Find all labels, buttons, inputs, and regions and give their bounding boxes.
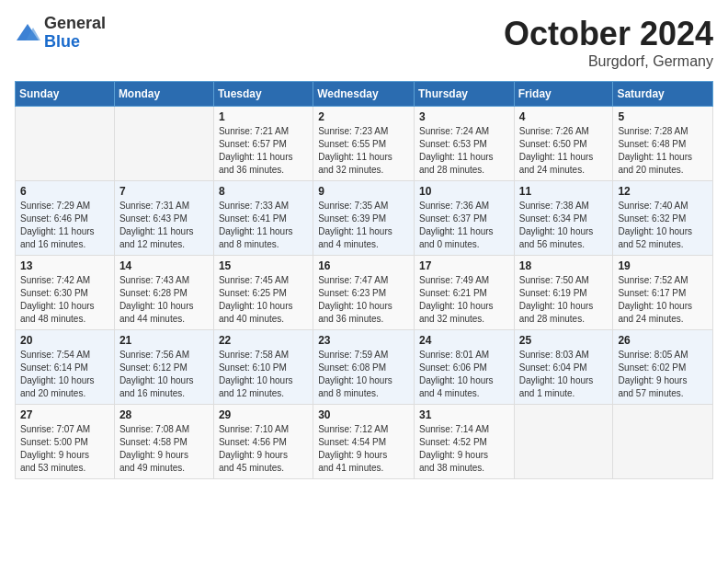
day-number: 24 xyxy=(419,334,509,347)
day-number: 8 xyxy=(219,185,308,198)
day-info: Sunrise: 7:07 AM Sunset: 5:00 PM Dayligh… xyxy=(20,423,109,475)
calendar-cell: 16Sunrise: 7:47 AM Sunset: 6:23 PM Dayli… xyxy=(313,256,415,330)
day-info: Sunrise: 7:42 AM Sunset: 6:30 PM Dayligh… xyxy=(20,274,109,326)
day-info: Sunrise: 7:28 AM Sunset: 6:48 PM Dayligh… xyxy=(618,125,708,177)
day-info: Sunrise: 7:31 AM Sunset: 6:43 PM Dayligh… xyxy=(119,200,209,251)
day-info: Sunrise: 7:33 AM Sunset: 6:41 PM Dayligh… xyxy=(219,200,308,251)
page-header: General Blue October 2024 Burgdorf, Germ… xyxy=(15,15,713,70)
day-number: 9 xyxy=(318,185,409,198)
day-number: 22 xyxy=(219,334,308,347)
weekday-header: Tuesday xyxy=(213,82,313,107)
calendar-cell: 28Sunrise: 7:08 AM Sunset: 4:58 PM Dayli… xyxy=(114,405,213,479)
calendar-cell xyxy=(613,405,713,479)
day-info: Sunrise: 7:23 AM Sunset: 6:55 PM Dayligh… xyxy=(318,125,409,177)
day-number: 26 xyxy=(618,334,708,347)
day-number: 7 xyxy=(119,185,209,198)
calendar-cell: 22Sunrise: 7:58 AM Sunset: 6:10 PM Dayli… xyxy=(213,330,313,405)
day-number: 18 xyxy=(519,259,609,272)
day-number: 2 xyxy=(318,110,409,123)
calendar-cell: 5Sunrise: 7:28 AM Sunset: 6:48 PM Daylig… xyxy=(613,107,713,181)
day-info: Sunrise: 7:47 AM Sunset: 6:23 PM Dayligh… xyxy=(318,274,409,326)
calendar-cell: 10Sunrise: 7:36 AM Sunset: 6:37 PM Dayli… xyxy=(414,181,514,256)
day-info: Sunrise: 7:35 AM Sunset: 6:39 PM Dayligh… xyxy=(318,200,409,251)
day-number: 21 xyxy=(119,334,209,347)
calendar-cell: 18Sunrise: 7:50 AM Sunset: 6:19 PM Dayli… xyxy=(514,256,613,330)
day-info: Sunrise: 8:05 AM Sunset: 6:02 PM Dayligh… xyxy=(618,349,708,400)
day-number: 20 xyxy=(20,334,109,347)
calendar-week-row: 6Sunrise: 7:29 AM Sunset: 6:46 PM Daylig… xyxy=(16,181,713,256)
day-number: 31 xyxy=(419,408,509,421)
day-number: 27 xyxy=(20,408,109,421)
calendar-cell: 26Sunrise: 8:05 AM Sunset: 6:02 PM Dayli… xyxy=(613,330,713,405)
day-number: 13 xyxy=(20,259,109,272)
calendar-cell: 23Sunrise: 7:59 AM Sunset: 6:08 PM Dayli… xyxy=(313,330,415,405)
day-number: 29 xyxy=(219,408,308,421)
logo-text: General Blue xyxy=(44,15,106,52)
logo-general-text: General xyxy=(44,15,106,33)
calendar-cell xyxy=(514,405,613,479)
day-info: Sunrise: 7:08 AM Sunset: 4:58 PM Dayligh… xyxy=(119,423,209,475)
weekday-header: Monday xyxy=(114,82,213,107)
calendar-week-row: 27Sunrise: 7:07 AM Sunset: 5:00 PM Dayli… xyxy=(16,405,713,479)
calendar-cell: 9Sunrise: 7:35 AM Sunset: 6:39 PM Daylig… xyxy=(313,181,415,256)
day-info: Sunrise: 7:45 AM Sunset: 6:25 PM Dayligh… xyxy=(219,274,308,326)
day-number: 25 xyxy=(519,334,609,347)
logo-blue-text: Blue xyxy=(44,33,106,52)
calendar-cell: 17Sunrise: 7:49 AM Sunset: 6:21 PM Dayli… xyxy=(414,256,514,330)
day-number: 30 xyxy=(318,408,409,421)
day-info: Sunrise: 7:59 AM Sunset: 6:08 PM Dayligh… xyxy=(318,349,409,400)
day-number: 28 xyxy=(119,408,209,421)
day-info: Sunrise: 7:40 AM Sunset: 6:32 PM Dayligh… xyxy=(618,200,708,251)
calendar-cell: 3Sunrise: 7:24 AM Sunset: 6:53 PM Daylig… xyxy=(414,107,514,181)
location-subtitle: Burgdorf, Germany xyxy=(504,53,713,70)
calendar-cell: 12Sunrise: 7:40 AM Sunset: 6:32 PM Dayli… xyxy=(613,181,713,256)
day-number: 23 xyxy=(318,334,409,347)
calendar-cell: 7Sunrise: 7:31 AM Sunset: 6:43 PM Daylig… xyxy=(114,181,213,256)
day-number: 17 xyxy=(419,259,509,272)
weekday-header-row: SundayMondayTuesdayWednesdayThursdayFrid… xyxy=(16,82,713,107)
title-area: October 2024 Burgdorf, Germany xyxy=(504,15,713,70)
day-number: 12 xyxy=(618,185,708,198)
day-number: 1 xyxy=(219,110,308,123)
calendar-cell: 29Sunrise: 7:10 AM Sunset: 4:56 PM Dayli… xyxy=(213,405,313,479)
day-info: Sunrise: 7:29 AM Sunset: 6:46 PM Dayligh… xyxy=(20,200,109,251)
day-number: 6 xyxy=(20,185,109,198)
weekday-header: Wednesday xyxy=(313,82,415,107)
weekday-header: Thursday xyxy=(414,82,514,107)
day-number: 19 xyxy=(618,259,708,272)
calendar-cell: 19Sunrise: 7:52 AM Sunset: 6:17 PM Dayli… xyxy=(613,256,713,330)
calendar-cell xyxy=(114,107,213,181)
day-number: 14 xyxy=(119,259,209,272)
day-info: Sunrise: 7:24 AM Sunset: 6:53 PM Dayligh… xyxy=(419,125,509,177)
day-info: Sunrise: 7:54 AM Sunset: 6:14 PM Dayligh… xyxy=(20,349,109,400)
calendar-cell: 11Sunrise: 7:38 AM Sunset: 6:34 PM Dayli… xyxy=(514,181,613,256)
day-info: Sunrise: 7:10 AM Sunset: 4:56 PM Dayligh… xyxy=(219,423,308,475)
calendar-week-row: 13Sunrise: 7:42 AM Sunset: 6:30 PM Dayli… xyxy=(16,256,713,330)
weekday-header: Sunday xyxy=(16,82,115,107)
calendar-cell: 8Sunrise: 7:33 AM Sunset: 6:41 PM Daylig… xyxy=(213,181,313,256)
calendar-table: SundayMondayTuesdayWednesdayThursdayFrid… xyxy=(15,81,713,479)
calendar-cell: 2Sunrise: 7:23 AM Sunset: 6:55 PM Daylig… xyxy=(313,107,415,181)
calendar-cell: 20Sunrise: 7:54 AM Sunset: 6:14 PM Dayli… xyxy=(16,330,115,405)
calendar-cell: 1Sunrise: 7:21 AM Sunset: 6:57 PM Daylig… xyxy=(213,107,313,181)
calendar-cell: 31Sunrise: 7:14 AM Sunset: 4:52 PM Dayli… xyxy=(414,405,514,479)
logo: General Blue xyxy=(15,15,106,52)
day-number: 16 xyxy=(318,259,409,272)
day-info: Sunrise: 8:03 AM Sunset: 6:04 PM Dayligh… xyxy=(519,349,609,400)
weekday-header: Friday xyxy=(514,82,613,107)
day-info: Sunrise: 7:26 AM Sunset: 6:50 PM Dayligh… xyxy=(519,125,609,177)
day-number: 4 xyxy=(519,110,609,123)
day-info: Sunrise: 8:01 AM Sunset: 6:06 PM Dayligh… xyxy=(419,349,509,400)
calendar-cell: 4Sunrise: 7:26 AM Sunset: 6:50 PM Daylig… xyxy=(514,107,613,181)
calendar-cell: 21Sunrise: 7:56 AM Sunset: 6:12 PM Dayli… xyxy=(114,330,213,405)
calendar-week-row: 20Sunrise: 7:54 AM Sunset: 6:14 PM Dayli… xyxy=(16,330,713,405)
calendar-cell xyxy=(16,107,115,181)
calendar-cell: 13Sunrise: 7:42 AM Sunset: 6:30 PM Dayli… xyxy=(16,256,115,330)
day-info: Sunrise: 7:56 AM Sunset: 6:12 PM Dayligh… xyxy=(119,349,209,400)
day-number: 10 xyxy=(419,185,509,198)
day-info: Sunrise: 7:36 AM Sunset: 6:37 PM Dayligh… xyxy=(419,200,509,251)
day-info: Sunrise: 7:14 AM Sunset: 4:52 PM Dayligh… xyxy=(419,423,509,475)
calendar-cell: 15Sunrise: 7:45 AM Sunset: 6:25 PM Dayli… xyxy=(213,256,313,330)
calendar-cell: 6Sunrise: 7:29 AM Sunset: 6:46 PM Daylig… xyxy=(16,181,115,256)
day-info: Sunrise: 7:58 AM Sunset: 6:10 PM Dayligh… xyxy=(219,349,308,400)
